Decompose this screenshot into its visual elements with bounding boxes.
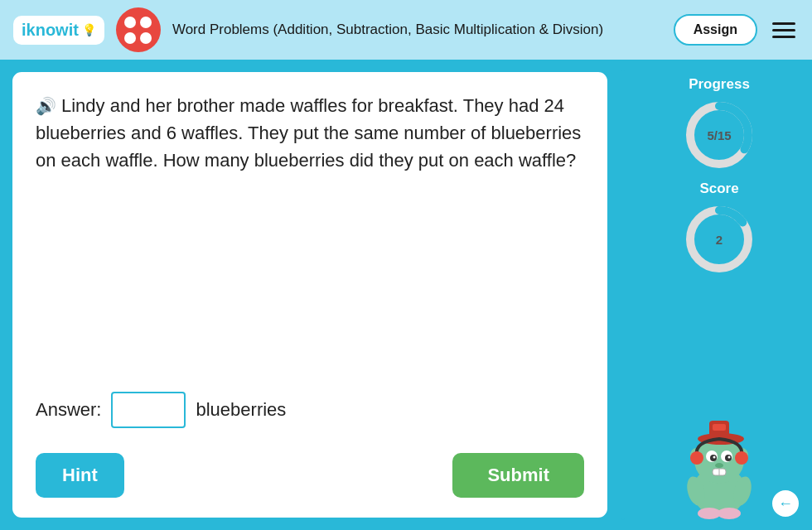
film-dot: [124, 32, 136, 44]
hamburger-line: [772, 29, 795, 31]
sound-icon[interactable]: 🔊: [36, 94, 56, 118]
svg-point-25: [718, 508, 741, 519]
svg-point-21: [735, 451, 748, 465]
svg-rect-19: [713, 424, 726, 431]
bulb-icon: 💡: [82, 23, 96, 36]
main-content: 🔊Lindy and her brother made waffles for …: [0, 60, 812, 530]
film-dot: [140, 32, 152, 44]
answer-input[interactable]: [111, 392, 186, 428]
film-icon: [116, 7, 161, 52]
header: iknowit 💡 Word Problems (Addition, Subtr…: [0, 0, 812, 60]
header-title: Word Problems (Addition, Subtraction, Ba…: [172, 21, 662, 39]
mascot-area: [669, 285, 769, 520]
logo: iknowit 💡: [13, 16, 104, 45]
back-button[interactable]: ←: [771, 489, 800, 518]
button-row: Hint Submit: [36, 453, 584, 498]
question-panel: 🔊Lindy and her brother made waffles for …: [10, 70, 610, 520]
film-dot: [124, 17, 136, 28]
score-value: 2: [716, 233, 723, 247]
svg-point-24: [698, 508, 721, 519]
menu-button[interactable]: [769, 19, 799, 41]
progress-label: Progress: [689, 76, 750, 93]
progress-donut: 5/15: [682, 98, 756, 172]
right-panel: Progress 5/15 Score 2: [636, 70, 802, 520]
logo-text: iknowit: [22, 21, 79, 40]
svg-point-20: [690, 451, 703, 465]
svg-point-10: [713, 456, 716, 459]
hamburger-line: [772, 36, 795, 38]
divider: [621, 70, 625, 520]
assign-button[interactable]: Assign: [674, 14, 757, 46]
hamburger-line: [772, 22, 795, 25]
progress-value: 5/15: [707, 128, 731, 142]
answer-suffix: blueberries: [196, 399, 286, 421]
score-donut: 2: [682, 202, 756, 277]
hint-button[interactable]: Hint: [36, 453, 124, 498]
answer-row: Answer: blueberries: [36, 392, 584, 428]
score-section: Score 2: [682, 181, 756, 277]
score-label: Score: [699, 181, 738, 197]
svg-point-11: [728, 456, 731, 459]
mascot-image: [669, 404, 769, 520]
answer-prefix: Answer:: [36, 399, 101, 421]
film-dot: [140, 17, 152, 28]
progress-section: Progress 5/15: [682, 76, 756, 172]
submit-button[interactable]: Submit: [452, 453, 584, 498]
svg-point-12: [715, 463, 723, 468]
question-text: 🔊Lindy and her brother made waffles for …: [36, 92, 584, 369]
